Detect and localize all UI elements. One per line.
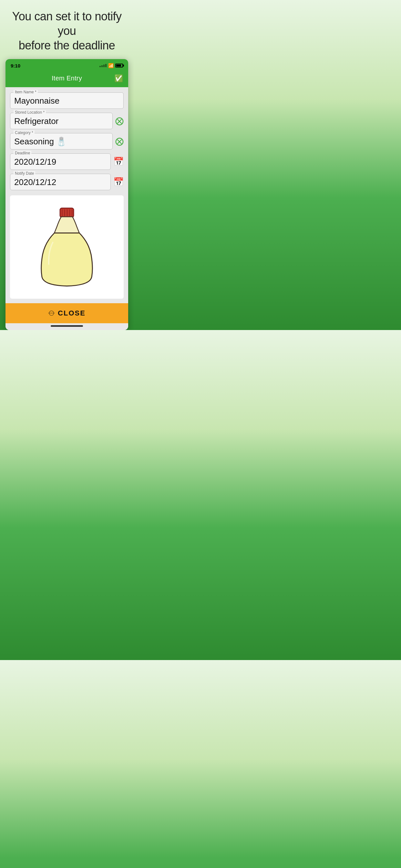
check-icon[interactable]: ✅	[114, 74, 123, 83]
category-value: Seasoning 🧂	[14, 136, 109, 147]
deadline-calendar-icon[interactable]: 📅	[113, 157, 124, 166]
notify-date-calendar-icon[interactable]: 📅	[113, 177, 124, 187]
mayonnaise-image	[35, 202, 99, 292]
notify-date-field[interactable]: Notify Date 2020/12/12	[10, 174, 111, 190]
deadline-value: 2020/12/19	[14, 156, 106, 167]
battery-icon	[115, 64, 123, 67]
category-field[interactable]: Category * Seasoning 🧂	[10, 133, 113, 150]
status-bar: 9:10 📶	[5, 59, 128, 71]
stored-location-field[interactable]: Stored Location * Refrigerator	[10, 113, 113, 129]
notify-date-value: 2020/12/12	[14, 177, 106, 187]
signal-icon	[99, 64, 106, 67]
notify-date-wrapper: Notify Date 2020/12/12 📅	[10, 174, 124, 190]
app-header: Item Entry ✅	[5, 71, 128, 87]
category-label: Category *	[13, 130, 35, 135]
deadline-wrapper: Deadline 2020/12/19 📅	[10, 153, 124, 170]
phone-frame: 9:10 📶 Item Entry ✅ Item Name * Mayonnai…	[5, 59, 128, 330]
deadline-field[interactable]: Deadline 2020/12/19	[10, 153, 111, 170]
wifi-icon: 📶	[108, 63, 114, 68]
home-bar	[51, 325, 83, 327]
stored-location-dropdown-icon[interactable]: ⨂	[115, 116, 124, 126]
category-wrapper: Category * Seasoning 🧂 ⨂	[10, 133, 124, 150]
form-area: Item Name * Mayonnaise Stored Location *…	[5, 87, 128, 195]
category-dropdown-icon[interactable]: ⨂	[115, 136, 124, 146]
notify-date-label: Notify Date	[13, 171, 35, 176]
header-title: Item Entry	[52, 74, 82, 82]
item-name-field[interactable]: Item Name * Mayonnaise	[10, 92, 124, 109]
item-image-area	[10, 195, 124, 299]
status-icons: 📶	[99, 63, 123, 68]
intro-text: You can set it to notify you before the …	[0, 0, 134, 59]
deadline-label: Deadline	[13, 151, 31, 155]
home-indicator	[5, 323, 128, 330]
item-name-label: Item Name *	[13, 90, 38, 94]
close-button[interactable]: ⦵ CLOSE	[5, 303, 128, 323]
close-icon: ⦵	[48, 309, 55, 317]
status-time: 9:10	[11, 63, 20, 68]
stored-location-value: Refrigerator	[14, 116, 109, 126]
item-name-wrapper: Item Name * Mayonnaise	[10, 92, 124, 109]
item-name-value: Mayonnaise	[14, 95, 120, 106]
close-label: CLOSE	[58, 309, 86, 317]
stored-location-label: Stored Location *	[13, 110, 46, 115]
stored-location-wrapper: Stored Location * Refrigerator ⨂	[10, 113, 124, 129]
